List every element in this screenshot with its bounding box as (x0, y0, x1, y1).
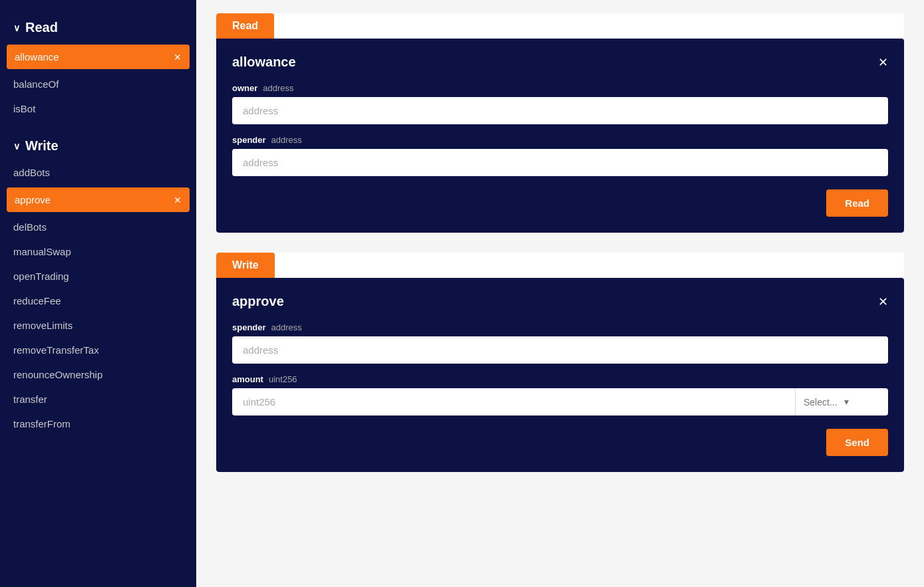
amount-input[interactable] (232, 388, 795, 415)
owner-label: owner (232, 83, 257, 93)
sidebar-item-allowance-label: allowance (15, 51, 59, 62)
sidebar-section-read[interactable]: ∨ Read (0, 13, 196, 42)
sidebar-item-approve-label: approve (15, 194, 51, 205)
read-spender-type: address (271, 135, 302, 145)
amount-select-text: Select... (804, 397, 838, 408)
owner-input[interactable] (232, 97, 888, 124)
sidebar-item-approve[interactable]: approve ✕ (7, 187, 190, 212)
read-chevron-icon: ∨ (13, 23, 20, 33)
sidebar-item-removetransfertax-label: removeTransferTax (13, 344, 99, 356)
sidebar-item-removelimits[interactable]: removeLimits (0, 313, 196, 338)
write-card-wrapper: Write approve ✕ spender address amount u… (216, 253, 904, 472)
sidebar-item-reducefee[interactable]: reduceFee (0, 289, 196, 313)
write-chevron-icon: ∨ (13, 141, 20, 152)
write-spender-type: address (271, 322, 302, 332)
read-card-close-button[interactable]: ✕ (878, 57, 888, 68)
sidebar-item-delbots-label: delBots (13, 221, 47, 233)
sidebar-item-delbots[interactable]: delBots (0, 215, 196, 239)
sidebar-item-transfer-label: transfer (13, 394, 47, 405)
sidebar-item-transferfrom-label: transferFrom (13, 418, 71, 429)
write-card-title: approve (232, 294, 284, 309)
owner-type: address (263, 83, 293, 93)
sidebar-item-renounceownership[interactable]: renounceOwnership (0, 362, 196, 387)
amount-field-group: amount uint256 Select... ▼ (232, 374, 888, 415)
sidebar-item-removelimits-label: removeLimits (13, 320, 73, 331)
read-card-wrapper: Read allowance ✕ owner address spender a… (216, 13, 904, 233)
write-card-close-button[interactable]: ✕ (878, 296, 888, 308)
read-card-body: allowance ✕ owner address spender addres… (216, 39, 904, 233)
write-tab[interactable]: Write (216, 253, 275, 278)
sidebar-item-manualswap-label: manualSwap (13, 246, 71, 257)
write-section-label: Write (25, 138, 59, 154)
read-tab[interactable]: Read (216, 13, 274, 39)
main-content: Read allowance ✕ owner address spender a… (196, 0, 924, 587)
write-spender-input[interactable] (232, 336, 888, 364)
sidebar-item-opentrading-label: openTrading (13, 271, 69, 282)
sidebar-item-opentrading[interactable]: openTrading (0, 264, 196, 289)
read-action-row: Read (232, 189, 888, 217)
sidebar-item-balanceof[interactable]: balanceOf (0, 72, 196, 96)
amount-input-row: Select... ▼ (232, 388, 888, 415)
read-section-label: Read (25, 20, 58, 35)
read-button[interactable]: Read (826, 189, 888, 217)
read-spender-input[interactable] (232, 149, 888, 176)
write-spender-label-row: spender address (232, 322, 888, 332)
amount-select-dropdown[interactable]: Select... ▼ (795, 388, 888, 415)
amount-label-row: amount uint256 (232, 374, 888, 384)
sidebar-item-isbot[interactable]: isBot (0, 96, 196, 121)
sidebar-section-write[interactable]: ∨ Write (0, 132, 196, 160)
sidebar-item-manualswap[interactable]: manualSwap (0, 239, 196, 264)
sidebar-item-addbots-label: addBots (13, 167, 50, 178)
send-button[interactable]: Send (826, 429, 888, 456)
sidebar-item-isbot-label: isBot (13, 103, 35, 114)
sidebar-item-renounceownership-label: renounceOwnership (13, 369, 102, 380)
write-card-body: approve ✕ spender address amount uint256 (216, 278, 904, 472)
read-spender-label: spender (232, 135, 266, 145)
write-action-row: Send (232, 429, 888, 456)
chevron-down-icon: ▼ (843, 398, 851, 407)
amount-type: uint256 (269, 374, 297, 384)
sidebar-item-removetransfertax[interactable]: removeTransferTax (0, 338, 196, 362)
read-spender-label-row: spender address (232, 135, 888, 145)
sidebar: ∨ Read allowance ✕ balanceOf isBot ∨ Wri… (0, 0, 196, 587)
write-spender-label: spender (232, 322, 266, 332)
read-spender-field-group: spender address (232, 135, 888, 176)
close-allowance-icon[interactable]: ✕ (174, 52, 182, 62)
read-card-title: allowance (232, 55, 296, 70)
sidebar-item-reducefee-label: reduceFee (13, 295, 61, 306)
close-approve-icon[interactable]: ✕ (174, 195, 182, 205)
sidebar-item-addbots[interactable]: addBots (0, 160, 196, 185)
owner-label-row: owner address (232, 83, 888, 93)
write-spender-field-group: spender address (232, 322, 888, 364)
owner-field-group: owner address (232, 83, 888, 124)
amount-label: amount (232, 374, 263, 384)
sidebar-item-balanceof-label: balanceOf (13, 78, 59, 90)
write-tab-label: Write (232, 259, 259, 271)
sidebar-item-allowance[interactable]: allowance ✕ (7, 45, 190, 69)
read-card-header: allowance ✕ (232, 55, 888, 70)
read-tab-label: Read (232, 20, 258, 31)
write-card-header: approve ✕ (232, 294, 888, 309)
sidebar-item-transferfrom[interactable]: transferFrom (0, 411, 196, 436)
sidebar-item-transfer[interactable]: transfer (0, 387, 196, 411)
